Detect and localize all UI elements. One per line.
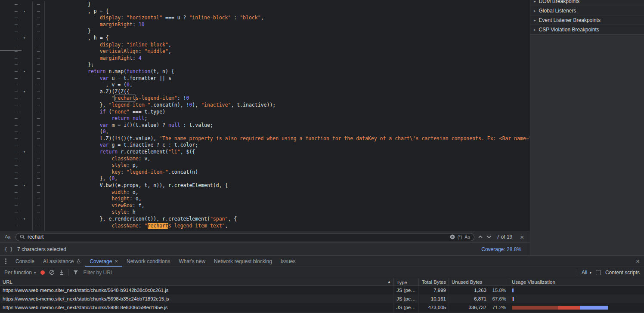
code-line: } [88,1,530,8]
sidebar-section-dom-breakpoints[interactable]: ▸DOM Breakpoints [530,0,644,6]
fold-gutter-cell [23,82,32,89]
code-line: style: h [88,209,530,216]
usage-bar-cell [509,303,644,312]
sidebar-section-csp-violation-breakpoints[interactable]: ▸CSP Violation Breakpoints [530,25,644,34]
line-marker: – [0,223,18,230]
coverage-marker: – [33,109,44,116]
code-line: return r.createElement("li", $({ [88,149,530,156]
code-editor[interactable]: –––––––––––––––––––––––––––––––––– ▾▾▾▾▾… [0,0,530,231]
line-marker: – [0,95,18,102]
close-search-button[interactable]: × [517,234,526,240]
tab-network-conditions[interactable]: Network conditions [122,256,174,267]
code-line: , p = { [88,8,530,15]
code-line: verticalAlign: "middle", [88,48,530,55]
total-bytes-cell: 473,005 [419,303,449,312]
tab-ai-assistance[interactable]: AI assistance [39,256,85,267]
coverage-scope-select[interactable]: All ▾ [582,270,591,276]
code-line: key: "legend-item-".concat(n) [88,169,530,176]
content-scripts-label: Content scripts [605,270,640,276]
code-line: l.Z)(!i()(t.value), 'The name property i… [88,135,530,142]
record-button[interactable] [40,270,45,275]
sidebar-section-label: Event Listener Breakpoints [539,17,601,23]
column-header-total-bytes[interactable]: Total Bytes [419,278,449,285]
table-row[interactable]: https://www.web-memo.site/_next/static/c… [0,295,644,303]
drawer-menu-button[interactable] [0,256,11,267]
url-cell: https://www.web-memo.site/_next/static/c… [0,286,394,295]
tab-console[interactable]: Console [11,256,39,267]
clear-search-icon[interactable] [450,234,455,239]
line-marker: – [0,55,18,62]
unused-bytes-cell: 6,87167.6% [449,295,509,303]
tab-issues[interactable]: Issues [276,256,300,267]
sidebar-section-global-listeners[interactable]: ▸Global Listeners [530,6,644,15]
pretty-print-icon[interactable]: { } [4,246,13,252]
fold-toggle-icon[interactable]: ▾ [23,8,32,15]
sidebar-section-event-listener-breakpoints[interactable]: ▸Event Listener Breakpoints [530,15,644,25]
coverage-status-link[interactable]: Coverage: 28.8% [481,246,526,252]
close-drawer-button[interactable]: × [632,256,644,267]
devtools-main: –––––––––––––––––––––––––––––––––– ▾▾▾▾▾… [0,0,644,255]
previous-match-button[interactable] [478,235,483,239]
column-header-url[interactable]: URL▲ [0,278,394,285]
clear-coverage-icon[interactable] [49,270,55,275]
close-tab-icon[interactable]: × [115,258,118,264]
chevron-right-icon: ▸ [534,18,536,22]
tab-coverage[interactable]: Coverage× [85,256,122,267]
table-row[interactable]: https://www.web-memo.site/_next/static/c… [0,286,644,295]
fold-toggle-icon[interactable]: ▾ [23,149,32,156]
code-line: "recharts-legend-item": !0 [88,95,530,102]
fold-gutter-cell [23,48,32,55]
fold-toggle-icon[interactable]: ▾ [23,68,32,75]
code-line: (0, [88,129,530,135]
drawer-panel: ConsoleAI assistanceCoverage×Network con… [0,255,644,313]
sidebar-section-label: DOM Breakpoints [539,0,580,4]
coverage-marker: – [33,149,44,156]
match-count: 7 of 19 [495,234,514,240]
coverage-marker: – [33,156,44,163]
coverage-marker: – [33,196,44,203]
column-header-usage-visualization[interactable]: Usage Visualization [509,278,644,285]
fold-gutter-cell [23,142,32,149]
filter-icon [73,270,78,275]
selection-status: 7 characters selected [17,246,66,252]
tab-network-request-blocking[interactable]: Network request blocking [210,256,276,267]
search-input-container[interactable]: (*) Aa [15,233,474,241]
column-header-unused-bytes[interactable]: Unused Bytes [449,278,509,285]
next-match-button[interactable] [486,235,492,239]
code-line: return n.map(function(t, n) { [88,68,530,75]
code-line: width: o, [88,189,530,196]
coverage-marker: – [33,129,44,135]
coverage-marker: – [33,89,44,95]
coverage-marker: – [33,95,44,102]
url-filter-input[interactable] [83,269,573,276]
usage-bar-cell [509,286,644,295]
tab-label: Console [15,258,34,264]
line-marker: – [0,182,18,189]
code-line: viewBox: f, [88,203,530,209]
used-segment [512,288,514,292]
coverage-marker: – [33,102,44,109]
export-icon[interactable] [59,270,64,275]
code-content[interactable]: }, p = { display: "horizontal" === u ? "… [45,1,530,231]
coverage-grid: URL▲TypeTotal BytesUnused BytesUsage Vis… [0,278,644,313]
tab-what-s-new[interactable]: What's new [174,256,210,267]
coverage-type-select[interactable]: Per function ▾ [4,270,36,276]
match-case-icon[interactable]: Aa [464,235,470,239]
fold-toggle-icon[interactable]: ▾ [23,182,32,189]
table-row[interactable]: https://www.web-memo.site/_next/static/c… [0,303,644,312]
regex-icon[interactable]: (*) [458,235,462,239]
fold-toggle-icon[interactable]: ▾ [23,216,32,223]
line-marker: – [0,115,18,122]
search-input[interactable] [28,234,447,240]
fold-gutter: ▾▾▾▾▾▾▾ [22,1,33,231]
column-header-type[interactable]: Type [394,278,419,285]
coverage-type-label: Per function [4,270,32,276]
chevron-right-icon: ▸ [534,0,536,3]
content-scripts-checkbox[interactable] [596,270,601,275]
fold-toggle-icon[interactable]: ▾ [23,35,32,42]
total-bytes-cell: 10,161 [419,295,449,303]
sources-editor-pane: –––––––––––––––––––––––––––––––––– ▾▾▾▾▾… [0,0,530,255]
fold-toggle-icon[interactable]: ▾ [23,89,32,95]
az-icon: AB [3,234,12,240]
code-line: marginRight: 10 [88,21,530,28]
